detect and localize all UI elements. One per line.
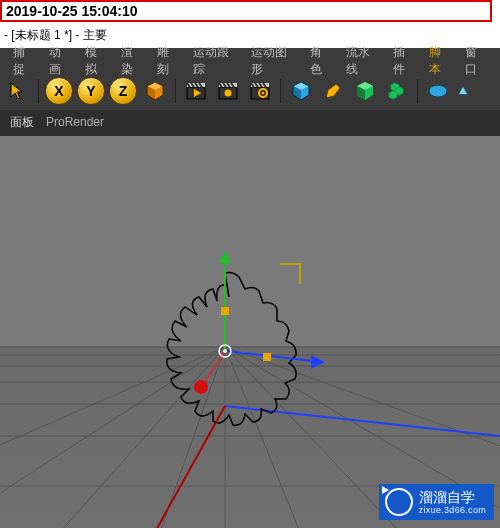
app-frame: 捕捉 动画 模拟 渲染 雕刻 运动跟踪 运动图形 角色 流水线 插件 脚本 窗口… (0, 48, 500, 528)
timestamp-box: 2019-10-25 15:04:10 (0, 0, 492, 22)
menu-window[interactable]: 窗口 (458, 42, 494, 80)
svg-line-27 (225, 347, 300, 528)
svg-point-32 (194, 380, 208, 394)
axis-x-line (155, 406, 225, 528)
menu-sculpt[interactable]: 雕刻 (150, 42, 186, 80)
cube-primitive-button[interactable] (287, 77, 315, 105)
svg-point-4 (225, 90, 232, 97)
play-circle-icon (385, 488, 413, 516)
axis-x-icon: X (45, 77, 73, 105)
menu-scripts[interactable]: 脚本 (422, 42, 458, 80)
tab-panel[interactable]: 面板 (10, 114, 34, 131)
svg-line-25 (160, 347, 225, 528)
render-frame-button[interactable] (182, 77, 210, 105)
svg-rect-38 (263, 353, 271, 361)
cube-orange-icon (143, 79, 167, 103)
viewport-canvas (0, 136, 500, 528)
select-tool[interactable] (4, 77, 32, 105)
ellipse-blue-icon (426, 79, 450, 103)
menu-mograph[interactable]: 运动图形 (244, 42, 302, 80)
menu-bar: 捕捉 动画 模拟 渲染 雕刻 运动跟踪 运动图形 角色 流水线 插件 脚本 窗口 (0, 48, 500, 72)
axis-z-button[interactable]: Z (109, 77, 137, 105)
nurbs-cube-icon (353, 79, 377, 103)
watermark-url: zixue.3d66.com (419, 506, 486, 515)
svg-marker-34 (219, 251, 231, 263)
tri-primitive-button[interactable] (456, 77, 470, 105)
svg-point-40 (223, 349, 227, 353)
render-seq-button[interactable] (214, 77, 242, 105)
svg-marker-37 (311, 355, 325, 369)
tab-prorender[interactable]: ProRender (46, 115, 104, 129)
svg-marker-41 (382, 486, 389, 494)
svg-line-22 (0, 347, 225, 528)
render-settings-button[interactable] (246, 77, 274, 105)
menu-track[interactable]: 运动跟踪 (186, 42, 244, 80)
menu-pipeline[interactable]: 流水线 (339, 42, 386, 80)
3d-viewport[interactable]: 溜溜自学 zixue.3d66.com (0, 136, 500, 528)
ellipse-primitive-button[interactable] (424, 77, 452, 105)
axis-x-button[interactable]: X (45, 77, 73, 105)
array-icon (385, 79, 409, 103)
toolbar-separator (417, 79, 418, 103)
menu-character[interactable]: 角色 (303, 42, 339, 80)
pen-tool-button[interactable] (319, 77, 347, 105)
menu-plugins[interactable]: 插件 (386, 42, 422, 80)
move-gizmo[interactable] (194, 251, 325, 394)
svg-point-13 (325, 97, 328, 100)
viewport-tabs: 面板 ProRender (0, 110, 500, 136)
menu-simulation[interactable]: 模拟 (78, 42, 114, 80)
menu-render[interactable]: 渲染 (114, 42, 150, 80)
clapper-gear-icon (248, 79, 272, 103)
axis-y-icon: Y (77, 77, 105, 105)
axis-z-icon: Z (109, 77, 137, 105)
svg-line-28 (225, 347, 400, 528)
light-primitive-button[interactable] (351, 77, 379, 105)
clapper-film-icon (216, 79, 240, 103)
camera-frame-corner (280, 264, 300, 284)
cube-blue-icon (289, 79, 313, 103)
svg-point-8 (262, 92, 265, 95)
coord-system-button[interactable] (141, 77, 169, 105)
axis-y-button[interactable]: Y (77, 77, 105, 105)
svg-rect-35 (221, 307, 229, 315)
menu-capture[interactable]: 捕捉 (6, 42, 42, 80)
watermark-badge: 溜溜自学 zixue.3d66.com (379, 484, 494, 520)
cone-icon (456, 79, 470, 103)
toolbar-separator (38, 79, 39, 103)
pen-icon (321, 79, 345, 103)
clapper-play-icon (184, 79, 208, 103)
toolbar-separator (280, 79, 281, 103)
watermark-title: 溜溜自学 (419, 490, 486, 504)
svg-point-14 (429, 85, 447, 97)
menu-animation[interactable]: 动画 (42, 42, 78, 80)
cursor-icon (7, 80, 29, 102)
array-tool-button[interactable] (383, 77, 411, 105)
toolbar-separator (175, 79, 176, 103)
svg-line-23 (0, 347, 225, 528)
